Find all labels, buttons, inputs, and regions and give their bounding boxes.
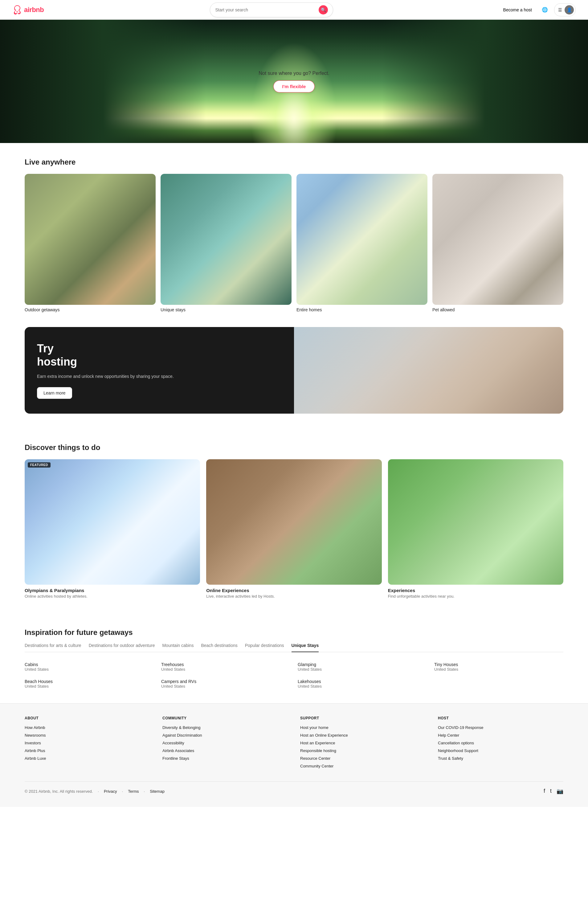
footer-divider: ·: [98, 789, 99, 793]
footer-column-1: COMMUNITY Diversity & BelongingAgainst D…: [163, 716, 288, 771]
learn-more-button[interactable]: Learn more: [37, 387, 72, 399]
inspiration-item-title: Lakehouses: [298, 679, 427, 684]
hosting-image-overlay: [294, 327, 563, 414]
search-submit-button[interactable]: 🔍: [319, 5, 328, 14]
card-image: [25, 174, 156, 305]
footer-link[interactable]: Help Center: [438, 733, 563, 738]
live-anywhere-grid: Outdoor getaways Unique stays Entire hom…: [25, 174, 563, 312]
discover-card-label: Experiences: [388, 588, 563, 593]
inspiration-item[interactable]: Campers and RVs United States: [161, 679, 290, 689]
discover-card-image: [388, 459, 563, 585]
footer-link[interactable]: Diversity & Belonging: [163, 725, 288, 730]
footer-link[interactable]: Frontline Stays: [163, 756, 288, 761]
flexible-button[interactable]: I'm flexible: [273, 81, 315, 92]
hosting-title: Tryhosting: [37, 342, 282, 368]
inspiration-item-sub: United States: [161, 667, 290, 672]
footer-link[interactable]: Cancellation options: [438, 741, 563, 745]
inspiration-item[interactable]: Lakehouses United States: [298, 679, 427, 689]
discover-card-sublabel: Online activities hosted by athletes.: [25, 594, 200, 599]
discover-grid: FEATURED Olympians & Paralympians Online…: [25, 459, 563, 599]
footer-link[interactable]: Host an Experience: [300, 741, 425, 745]
twitter-icon[interactable]: t: [550, 788, 552, 795]
card-label: Pet allowed: [432, 307, 563, 312]
inspiration-item-sub: United States: [25, 667, 154, 672]
discover-card[interactable]: Experiences Find unforgettable activitie…: [388, 459, 563, 599]
hosting-left: Tryhosting Earn extra income and unlock …: [25, 327, 294, 414]
inspiration-tab[interactable]: Destinations for outdoor adventure: [89, 643, 155, 652]
inspiration-tab[interactable]: Mountain cabins: [162, 643, 194, 652]
inspiration-tab[interactable]: Unique Stays: [292, 643, 319, 652]
inspiration-tabs: Destinations for arts & cultureDestinati…: [25, 643, 563, 652]
search-icon: 🔍: [321, 7, 326, 12]
footer-bottom: © 2021 Airbnb, Inc. All rights reserved.…: [25, 781, 563, 795]
inspiration-item[interactable]: Glamping United States: [298, 662, 427, 672]
card-image: [432, 174, 563, 305]
footer-link[interactable]: Host your home: [300, 725, 425, 730]
discover-card[interactable]: FEATURED Olympians & Paralympians Online…: [25, 459, 200, 599]
footer-link[interactable]: Neighborhood Support: [438, 748, 563, 753]
search-bar[interactable]: Start your search 🔍: [210, 2, 333, 17]
footer-col-title: COMMUNITY: [163, 716, 288, 720]
hero-trees-right: [382, 20, 588, 143]
footer-link[interactable]: Responsible hosting: [300, 748, 425, 753]
globe-icon: 🌐: [542, 7, 548, 13]
language-selector-button[interactable]: 🌐: [539, 4, 550, 16]
facebook-icon[interactable]: f: [544, 788, 545, 795]
inspiration-item-title: Cabins: [25, 662, 154, 667]
footer-link[interactable]: Resource Center: [300, 756, 425, 761]
user-menu-button[interactable]: ☰ 👤: [554, 3, 576, 16]
footer-link[interactable]: Investors: [25, 741, 150, 745]
discover-card-label: Online Experiences: [206, 588, 381, 593]
footer-sitemap-link[interactable]: Sitemap: [150, 789, 164, 793]
inspiration-item[interactable]: Beach Houses United States: [25, 679, 154, 689]
hero-section: Not sure where you go? Perfect. I'm flex…: [0, 20, 588, 143]
footer-link[interactable]: Our COVID-19 Response: [438, 725, 563, 730]
footer-social: f t 📷: [544, 788, 563, 795]
inspiration-tab[interactable]: Beach destinations: [201, 643, 237, 652]
footer-link[interactable]: Airbnb Plus: [25, 748, 150, 753]
footer-divider3: ·: [144, 789, 145, 793]
inspiration-item-title: Treehouses: [161, 662, 290, 667]
airbnb-logo[interactable]: airbnb: [12, 5, 44, 15]
live-anywhere-card[interactable]: Entire homes: [296, 174, 427, 312]
footer-column-0: ABOUT How AirbnbNewsroomsInvestorsAirbnb…: [25, 716, 150, 771]
navbar-right: Become a host 🌐 ☰ 👤: [499, 3, 576, 16]
inspiration-tab[interactable]: Popular destinations: [245, 643, 284, 652]
card-image: [296, 174, 427, 305]
card-image: [161, 174, 292, 305]
hosting-description: Earn extra income and unlock new opportu…: [37, 373, 282, 380]
footer-link[interactable]: Community Center: [300, 764, 425, 768]
inspiration-item[interactable]: Cabins United States: [25, 662, 154, 672]
inspiration-item-sub: United States: [434, 667, 563, 672]
footer-link[interactable]: Trust & Safety: [438, 756, 563, 761]
footer-link[interactable]: Airbnb Associates: [163, 748, 288, 753]
inspiration-tab[interactable]: Destinations for arts & culture: [25, 643, 81, 652]
hero-content: Not sure where you go? Perfect. I'm flex…: [259, 71, 329, 92]
hero-subtitle: Not sure where you go? Perfect.: [259, 71, 329, 76]
footer-link[interactable]: How Airbnb: [25, 725, 150, 730]
footer-link[interactable]: Accessibility: [163, 741, 288, 745]
discover-title: Discover things to do: [25, 443, 563, 452]
footer-link[interactable]: Newsrooms: [25, 733, 150, 738]
live-anywhere-card[interactable]: Unique stays: [161, 174, 292, 312]
footer-terms-link[interactable]: Terms: [128, 789, 139, 793]
inspiration-item[interactable]: Tiny Houses United States: [434, 662, 563, 672]
footer-privacy-link[interactable]: Privacy: [104, 789, 117, 793]
discover-card-label: Olympians & Paralympians: [25, 588, 200, 593]
hero-trees-left: [0, 20, 206, 143]
live-anywhere-card[interactable]: Pet allowed: [432, 174, 563, 312]
footer-link[interactable]: Airbnb Luxe: [25, 756, 150, 761]
footer-col-title: HOST: [438, 716, 563, 720]
live-anywhere-card[interactable]: Outdoor getaways: [25, 174, 156, 312]
instagram-icon[interactable]: 📷: [556, 788, 563, 795]
footer-link[interactable]: Against Discrimination: [163, 733, 288, 738]
inspiration-item-title: Tiny Houses: [434, 662, 563, 667]
live-anywhere-section: Live anywhere Outdoor getaways Unique st…: [0, 143, 588, 327]
discover-card[interactable]: Online Experiences Live, interactive act…: [206, 459, 381, 599]
become-host-button[interactable]: Become a host: [499, 5, 536, 15]
inspiration-item[interactable]: Treehouses United States: [161, 662, 290, 672]
footer-link[interactable]: Host an Online Experience: [300, 733, 425, 738]
inspiration-section: Inspiration for future getaways Destinat…: [0, 613, 588, 703]
logo-text: airbnb: [24, 6, 44, 14]
featured-badge: FEATURED: [28, 462, 51, 468]
